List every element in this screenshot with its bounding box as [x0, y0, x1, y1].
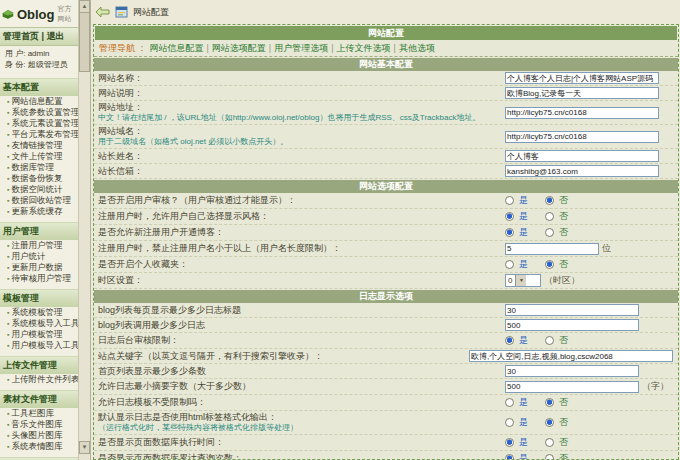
- topbar-link-logout[interactable]: 退出: [47, 31, 65, 41]
- radio-yes[interactable]: [505, 228, 514, 237]
- bullet-icon: ▪: [7, 376, 9, 383]
- radio-no[interactable]: [545, 336, 554, 345]
- sidebar-section-title: 素材文件管理: [0, 390, 78, 408]
- text-input[interactable]: [505, 304, 639, 316]
- sidebar-scrollbar[interactable]: ▲ ▼: [79, 0, 91, 460]
- nav-link[interactable]: 网站信息配置: [150, 43, 204, 53]
- timezone-select[interactable]: 0▼: [505, 274, 541, 287]
- sidebar-item[interactable]: ▪音乐文件图库: [0, 419, 78, 430]
- radio-no[interactable]: [545, 260, 554, 269]
- sidebar-item[interactable]: ▪用户统计: [0, 251, 78, 262]
- text-input[interactable]: [469, 350, 673, 362]
- radio-no-label: 否: [559, 452, 568, 460]
- text-input[interactable]: [505, 72, 659, 84]
- sidebar-item[interactable]: ▪数据备份恢复: [0, 173, 78, 184]
- sidebar-item[interactable]: ▪数据回收站管理: [0, 195, 78, 206]
- radio-yes-label: 是: [519, 452, 528, 460]
- radio-no[interactable]: [545, 454, 554, 460]
- scroll-down-icon[interactable]: ▼: [79, 441, 90, 454]
- sidebar-item-label: 数据空间统计: [11, 184, 62, 194]
- radio-yes[interactable]: [505, 438, 514, 447]
- sidebar-item[interactable]: ▪友情链接管理: [0, 140, 78, 151]
- sidebar-item[interactable]: ▪系统表情图库: [0, 441, 78, 452]
- radio-yes[interactable]: [505, 336, 514, 345]
- sidebar-item[interactable]: ▪系统元素设置管理: [0, 118, 78, 129]
- scrollbar-thumb[interactable]: [79, 12, 90, 72]
- radio-no[interactable]: [545, 438, 554, 447]
- back-arrow-icon[interactable]: [95, 6, 110, 18]
- nav-label: 管理导航 ：: [99, 43, 147, 53]
- chevron-down-icon[interactable]: ▼: [515, 275, 526, 286]
- sidebar-item[interactable]: ▪系统模板导入工具: [0, 318, 78, 329]
- radio-no[interactable]: [545, 212, 554, 221]
- sidebar-menu: 基本配置▪网站信息配置▪系统参数设置管理▪系统元素设置管理▪平台元素发布管理▪友…: [0, 78, 78, 452]
- form-row-control: [505, 150, 673, 162]
- sidebar-item[interactable]: ▪数据空间统计: [0, 184, 78, 195]
- form-row: 网站地址：中文！请在结尾加 / ，该URL地址（如http://www.oioj…: [94, 101, 678, 125]
- text-input[interactable]: [505, 381, 639, 393]
- sidebar-item[interactable]: ▪工具栏图库: [0, 408, 78, 419]
- text-input[interactable]: [505, 107, 659, 119]
- sidebar-item-label: 数据库管理: [11, 162, 54, 172]
- radio-yes[interactable]: [505, 418, 514, 427]
- form-row-label: 站点关键字（以英文逗号隔开，有利于搜索引擎收录）：: [98, 351, 469, 362]
- user-info: 用 户: admin身 份: 超级管理员: [0, 46, 78, 73]
- text-input[interactable]: [505, 87, 659, 99]
- nav-link[interactable]: 网站选项配置: [212, 43, 266, 53]
- sidebar-item[interactable]: ▪更新系统缓存: [0, 206, 78, 217]
- text-input[interactable]: [505, 319, 639, 331]
- form-row-control: [469, 350, 673, 362]
- form-row: 站长信箱：: [94, 164, 678, 179]
- radio-no[interactable]: [545, 418, 554, 427]
- sidebar-item[interactable]: ▪用户模板导入工具: [0, 340, 78, 351]
- field-note: （运行格式化时，某些特殊内容将被格式化排版等处理）: [98, 423, 499, 433]
- sidebar-item[interactable]: ▪系统模板管理: [0, 307, 78, 318]
- text-input[interactable]: [505, 150, 659, 162]
- topbar-link-home[interactable]: 管理首页: [3, 31, 39, 41]
- radio-no[interactable]: [545, 196, 554, 205]
- bullet-icon: ▪: [7, 98, 9, 105]
- form-row-control: 是否: [505, 452, 673, 460]
- radio-yes[interactable]: [505, 196, 514, 205]
- sidebar-item[interactable]: ▪文件上传管理: [0, 151, 78, 162]
- sidebar-item[interactable]: ▪系统参数设置管理: [0, 107, 78, 118]
- sidebar-item[interactable]: ▪用户模板管理: [0, 329, 78, 340]
- nav-separator: |: [269, 43, 271, 53]
- text-input[interactable]: [505, 165, 659, 177]
- radio-yes[interactable]: [505, 260, 514, 269]
- sidebar-item[interactable]: ▪网站信息配置: [0, 96, 78, 107]
- panel-title-bar: 网站配置: [95, 26, 677, 40]
- bullet-icon: ▪: [7, 186, 9, 193]
- sidebar-item[interactable]: ▪数据库管理: [0, 162, 78, 173]
- text-input[interactable]: [505, 243, 599, 255]
- sidebar-item[interactable]: ▪更新用户数据: [0, 262, 78, 273]
- sidebar-item[interactable]: ▪待审核用户管理: [0, 273, 78, 284]
- radio-yes-label: 是: [519, 226, 528, 239]
- radio-yes[interactable]: [505, 398, 514, 407]
- sidebar-item[interactable]: ▪上传附件文件列表: [0, 374, 78, 385]
- nav-link[interactable]: 其他选项: [399, 43, 435, 53]
- sidebar-item-label: 数据备份恢复: [11, 173, 62, 183]
- sidebar: Oblog 官方网站 管理首页 | 退出 用 户: admin身 份: 超级管理…: [0, 0, 79, 460]
- sidebar-item-label: 数据回收站管理: [11, 195, 71, 205]
- field-label: 是否允许新注册用户开通博客：: [98, 227, 499, 238]
- sidebar-item[interactable]: ▪注册用户管理: [0, 240, 78, 251]
- sidebar-item-label: 用户模板导入工具: [11, 340, 78, 350]
- sidebar-item-label: 网站信息配置: [11, 96, 62, 106]
- sidebar-item-label: 注册用户管理: [11, 240, 62, 250]
- form-row-control: [505, 365, 673, 377]
- radio-yes[interactable]: [505, 212, 514, 221]
- nav-link[interactable]: 用户管理选项: [274, 43, 328, 53]
- radio-yes[interactable]: [505, 454, 514, 460]
- form-row-label: 日志后台审核限制：: [98, 335, 505, 346]
- radio-no[interactable]: [545, 228, 554, 237]
- sidebar-item[interactable]: ▪平台元素发布管理: [0, 129, 78, 140]
- sidebar-item[interactable]: ▪头像图片图库: [0, 430, 78, 441]
- sidebar-item-label: 友情链接管理: [11, 140, 62, 150]
- text-input[interactable]: [505, 365, 639, 377]
- text-input[interactable]: [505, 131, 659, 143]
- logo: Oblog 官方网站: [0, 0, 78, 27]
- nav-separator: |: [394, 43, 396, 53]
- radio-no[interactable]: [545, 398, 554, 407]
- nav-link[interactable]: 上传文件选项: [337, 43, 391, 53]
